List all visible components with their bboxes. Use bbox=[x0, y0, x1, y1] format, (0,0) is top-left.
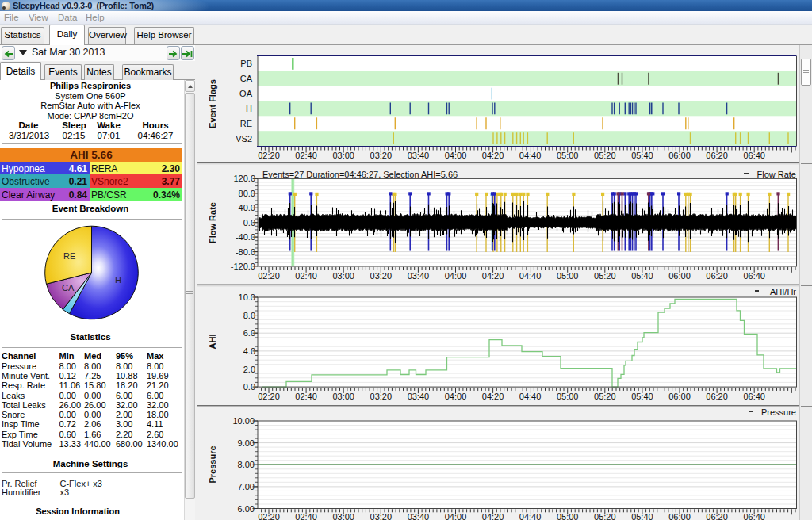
svg-text:120.0: 120.0 bbox=[233, 174, 255, 183]
svg-text:Event Flags: Event Flags bbox=[208, 79, 217, 128]
svg-text:02:20: 02:20 bbox=[258, 271, 280, 281]
svg-text:8.00: 8.00 bbox=[238, 460, 255, 469]
svg-text:06:40: 06:40 bbox=[743, 151, 765, 160]
svg-text:06:00: 06:00 bbox=[668, 512, 691, 520]
svg-text:04:20: 04:20 bbox=[482, 392, 504, 401]
svg-text:05:40: 05:40 bbox=[631, 512, 653, 520]
svg-text:05:20: 05:20 bbox=[594, 392, 616, 401]
svg-text:-40.0: -40.0 bbox=[236, 232, 255, 242]
svg-text:Pressure: Pressure bbox=[208, 445, 217, 483]
svg-text:04:20: 04:20 bbox=[482, 512, 504, 520]
svg-text:Flow Rate: Flow Rate bbox=[756, 170, 796, 179]
svg-text:02:20: 02:20 bbox=[258, 392, 280, 401]
svg-text:02:40: 02:40 bbox=[295, 512, 317, 520]
svg-text:06:00: 06:00 bbox=[668, 271, 691, 281]
svg-text:04:40: 04:40 bbox=[519, 271, 542, 281]
svg-text:06:40: 06:40 bbox=[743, 392, 765, 401]
svg-text:02:20: 02:20 bbox=[258, 151, 280, 160]
svg-text:03:20: 03:20 bbox=[370, 151, 393, 160]
svg-text:02:40: 02:40 bbox=[295, 392, 317, 401]
svg-text:-80.0: -80.0 bbox=[236, 247, 255, 257]
svg-text:PB: PB bbox=[240, 59, 252, 68]
svg-text:05:00: 05:00 bbox=[557, 512, 579, 520]
svg-text:05:00: 05:00 bbox=[557, 271, 579, 281]
svg-text:06:00: 06:00 bbox=[668, 392, 691, 401]
svg-text:06:20: 06:20 bbox=[706, 271, 728, 281]
svg-text:04:40: 04:40 bbox=[519, 512, 542, 520]
svg-text:06:20: 06:20 bbox=[706, 512, 728, 520]
svg-text:04:20: 04:20 bbox=[482, 271, 504, 281]
svg-text:03:00: 03:00 bbox=[332, 151, 354, 160]
svg-text:03:00: 03:00 bbox=[332, 271, 354, 281]
svg-text:02:40: 02:40 bbox=[295, 151, 317, 160]
svg-text:RE: RE bbox=[240, 119, 252, 128]
svg-text:03:20: 03:20 bbox=[370, 512, 393, 520]
svg-text:AHI: AHI bbox=[208, 335, 217, 350]
svg-text:H: H bbox=[246, 104, 252, 113]
svg-text:02:20: 02:20 bbox=[258, 512, 280, 520]
svg-text:03:40: 03:40 bbox=[408, 512, 430, 520]
svg-text:05:00: 05:00 bbox=[557, 151, 579, 160]
svg-text:H: H bbox=[115, 275, 121, 285]
svg-text:04:00: 04:00 bbox=[445, 271, 467, 281]
svg-text:03:00: 03:00 bbox=[332, 392, 354, 401]
svg-text:RE: RE bbox=[63, 251, 75, 261]
svg-text:03:20: 03:20 bbox=[370, 271, 393, 281]
svg-text:06:40: 06:40 bbox=[743, 271, 765, 281]
svg-text:04:20: 04:20 bbox=[482, 151, 504, 160]
svg-text:03:40: 03:40 bbox=[408, 392, 430, 401]
svg-text:05:20: 05:20 bbox=[594, 151, 616, 160]
svg-text:03:20: 03:20 bbox=[370, 392, 393, 401]
svg-text:06:20: 06:20 bbox=[706, 151, 728, 160]
svg-text:03:40: 03:40 bbox=[408, 151, 430, 160]
svg-text:05:00: 05:00 bbox=[557, 392, 579, 401]
svg-text:04:00: 04:00 bbox=[445, 151, 467, 160]
svg-text:7.00: 7.00 bbox=[238, 482, 255, 491]
svg-text:06:00: 06:00 bbox=[668, 151, 691, 160]
svg-text:06:20: 06:20 bbox=[706, 392, 728, 401]
svg-text:05:20: 05:20 bbox=[594, 512, 616, 520]
svg-text:CA: CA bbox=[240, 74, 253, 83]
svg-text:9.00: 9.00 bbox=[238, 438, 255, 448]
svg-text:05:20: 05:20 bbox=[594, 271, 616, 281]
svg-text:AHI/Hr: AHI/Hr bbox=[770, 287, 796, 296]
svg-text:04:40: 04:40 bbox=[519, 151, 542, 160]
svg-text:05:40: 05:40 bbox=[631, 151, 653, 160]
svg-text:Flow Rate: Flow Rate bbox=[208, 202, 217, 243]
svg-text:Events=27 Duration=04:46:27, S: Events=27 Duration=04:46:27, Selection A… bbox=[262, 170, 458, 179]
svg-text:10.00: 10.00 bbox=[232, 416, 255, 426]
svg-text:CA: CA bbox=[62, 283, 75, 292]
svg-text:06:40: 06:40 bbox=[743, 512, 765, 520]
svg-text:05:40: 05:40 bbox=[631, 392, 653, 401]
svg-text:VS2: VS2 bbox=[236, 134, 252, 143]
svg-text:04:00: 04:00 bbox=[445, 512, 467, 520]
svg-text:04:00: 04:00 bbox=[445, 392, 467, 401]
svg-text:05:40: 05:40 bbox=[631, 271, 653, 281]
svg-text:03:40: 03:40 bbox=[408, 271, 430, 281]
svg-text:Pressure: Pressure bbox=[761, 407, 796, 417]
svg-text:02:40: 02:40 bbox=[295, 271, 317, 281]
svg-text:04:40: 04:40 bbox=[519, 392, 542, 401]
svg-text:-120.0: -120.0 bbox=[231, 262, 255, 271]
svg-text:6.00: 6.00 bbox=[238, 504, 255, 514]
svg-text:OA: OA bbox=[239, 89, 253, 98]
svg-text:03:00: 03:00 bbox=[332, 512, 354, 520]
